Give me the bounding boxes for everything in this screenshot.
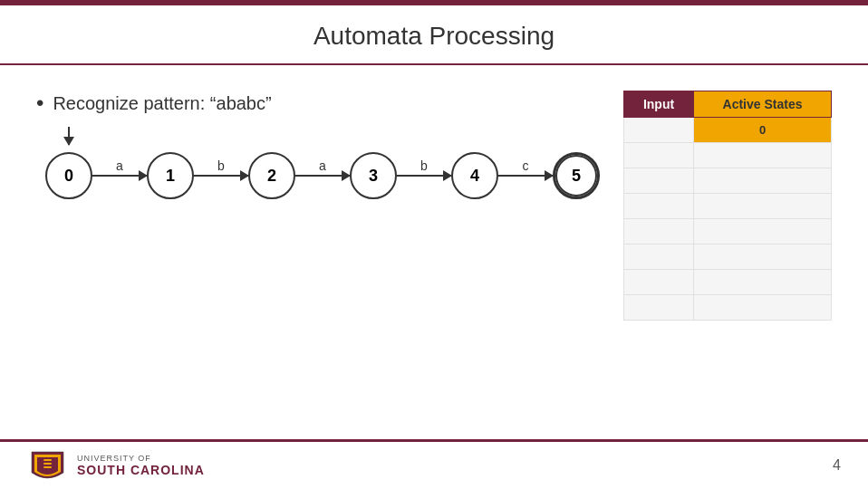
table-cell-active-0: 0 — [694, 118, 832, 143]
arrow-b-4: b — [397, 175, 451, 177]
state-1: 1 — [147, 152, 194, 199]
table-cell-input-7 — [624, 295, 694, 321]
transition-label-a1: a — [116, 158, 123, 173]
table-row — [624, 244, 832, 270]
transition-label-b4: b — [420, 158, 428, 173]
table-cell-active-5 — [694, 244, 832, 270]
bottom-bar: UNIVERSITY OF SOUTH CAROLINA 4 — [0, 439, 868, 489]
bullet-dot: • — [36, 91, 43, 116]
title-section: Automata Processing — [0, 5, 868, 65]
state-3: 3 — [350, 152, 397, 199]
state-wrapper-0: 0 — [45, 152, 92, 199]
state-2: 2 — [248, 152, 295, 199]
arrow-line-3 — [295, 175, 350, 177]
table-cell-input-5 — [624, 244, 694, 270]
bullet-text: Recognize pattern: “ababc” — [53, 93, 271, 114]
table-cell-active-1 — [694, 143, 832, 168]
usc-logo: UNIVERSITY OF SOUTH CAROLINA — [27, 447, 205, 484]
svg-rect-0 — [43, 459, 52, 461]
initial-arrow-line — [68, 127, 70, 145]
arrow-line-5 — [498, 175, 553, 177]
table-row — [624, 194, 832, 219]
arrow-a-3: a — [295, 175, 350, 177]
page-number: 4 — [833, 457, 841, 474]
table-cell-active-3 — [694, 194, 832, 219]
state-0: 0 — [45, 152, 92, 199]
transition-label-c5: c — [523, 158, 529, 173]
transition-label-a3: a — [319, 158, 326, 173]
table-row — [624, 295, 832, 321]
table-container: Input Active States 0 — [623, 91, 832, 321]
arrow-a-1: a — [92, 175, 147, 177]
states-table: Input Active States 0 — [623, 91, 832, 321]
table-cell-input-6 — [624, 270, 694, 295]
table-cell-active-4 — [694, 219, 832, 244]
arrow-line-2 — [194, 175, 248, 177]
table-header-active: Active States — [694, 91, 832, 118]
svg-rect-2 — [43, 466, 52, 468]
table-row: 0 — [624, 118, 832, 143]
arrow-b-2: b — [194, 175, 248, 177]
usc-south-carolina-label: SOUTH CAROLINA — [77, 463, 205, 477]
table-cell-input-1 — [624, 143, 694, 168]
table-header-input: Input — [624, 91, 694, 118]
table-cell-active-2 — [694, 168, 832, 194]
table-cell-active-7 — [694, 295, 832, 321]
initial-arrow — [68, 127, 70, 145]
table-row — [624, 168, 832, 194]
table-row — [624, 270, 832, 295]
table-row — [624, 219, 832, 244]
table-cell-input-0 — [624, 118, 694, 143]
usc-emblem — [27, 447, 68, 484]
state-4: 4 — [451, 152, 498, 199]
arrow-line-1 — [92, 175, 147, 177]
usc-text-block: UNIVERSITY OF SOUTH CAROLINA — [77, 454, 205, 477]
table-cell-input-3 — [624, 194, 694, 219]
usc-university-label: UNIVERSITY OF — [77, 454, 205, 463]
table-cell-active-6 — [694, 270, 832, 295]
table-cell-input-4 — [624, 219, 694, 244]
svg-rect-1 — [43, 463, 52, 465]
table-row — [624, 143, 832, 168]
transition-label-b2: b — [217, 158, 225, 173]
slide-title: Automata Processing — [36, 22, 832, 51]
arrow-c-5: c — [498, 175, 553, 177]
state-5-final: 5 — [553, 152, 600, 199]
arrow-line-4 — [397, 175, 451, 177]
table-cell-input-2 — [624, 168, 694, 194]
